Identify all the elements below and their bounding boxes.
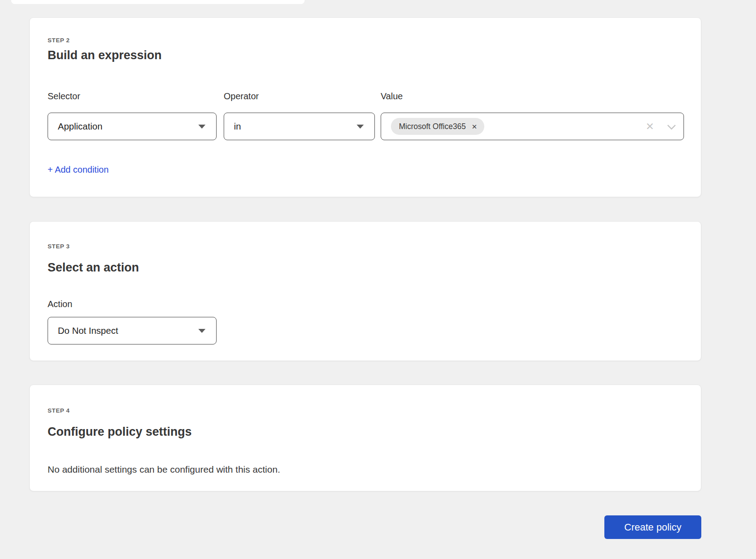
step3-title: Select an action <box>48 261 139 275</box>
step4-body-text: No additional settings can be configured… <box>48 463 280 475</box>
action-field-label: Action <box>48 300 72 308</box>
operator-field-label: Operator <box>224 92 375 101</box>
value-tag: Microsoft Office365 ✕ <box>391 118 484 135</box>
clear-value-icon[interactable]: ✕ <box>646 122 654 132</box>
add-condition-link[interactable]: + Add condition <box>48 165 109 174</box>
selector-dropdown-value: Application <box>58 121 102 132</box>
step3-card: STEP 3 Select an action Action Do Not In… <box>29 221 701 361</box>
operator-dropdown[interactable]: in <box>224 113 375 140</box>
selector-dropdown[interactable]: Application <box>48 113 217 140</box>
step4-title: Configure policy settings <box>48 425 192 439</box>
chevron-down-icon[interactable] <box>667 121 676 130</box>
caret-down-icon <box>357 125 364 129</box>
caret-down-icon <box>198 329 205 333</box>
action-dropdown-value: Do Not Inspect <box>58 325 118 336</box>
step4-card: STEP 4 Configure policy settings No addi… <box>29 385 701 491</box>
step2-card: STEP 2 Build an expression Selector Oper… <box>29 17 701 197</box>
step2-title: Build an expression <box>48 49 162 62</box>
step4-label: STEP 4 <box>48 408 70 414</box>
value-field-label: Value <box>381 92 684 101</box>
create-policy-button[interactable]: Create policy <box>604 515 701 539</box>
step3-label: STEP 3 <box>48 243 70 250</box>
action-dropdown[interactable]: Do Not Inspect <box>48 317 217 344</box>
value-tag-label: Microsoft Office365 <box>399 122 466 131</box>
selector-field-label: Selector <box>48 92 217 101</box>
remove-tag-icon[interactable]: ✕ <box>471 123 477 130</box>
value-multiselect-input[interactable]: Microsoft Office365 ✕ ✕ <box>381 113 684 140</box>
caret-down-icon <box>198 125 205 129</box>
operator-dropdown-value: in <box>234 121 241 132</box>
step2-label: STEP 2 <box>48 37 70 44</box>
previous-card-bottom-edge <box>11 0 305 4</box>
